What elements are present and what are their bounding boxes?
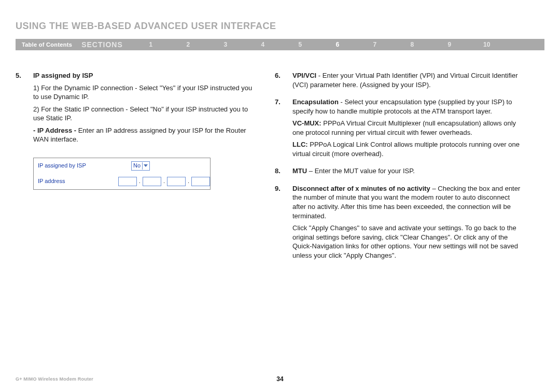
form-field: No <box>131 161 150 171</box>
ip-assigned-select[interactable]: No <box>131 161 150 171</box>
inline-lead: Encapsulation <box>292 98 339 106</box>
dot: . <box>139 177 141 185</box>
page-footer: G+ MIMO Wireless Modem Router 34 <box>16 376 544 382</box>
form-row-ip-assigned: IP assigned by ISP No <box>34 158 210 174</box>
inline-lead: LLC: <box>292 141 308 148</box>
form-field: . . . <box>118 177 210 186</box>
nav-section-10[interactable]: 10 <box>468 41 506 48</box>
item-body: MTU – Enter the MUT value for your ISP. <box>292 166 524 179</box>
paragraph: Click "Apply Changes" to save and activa… <box>292 223 524 260</box>
form-label: IP address <box>34 177 118 185</box>
item-number: 8. <box>275 166 292 179</box>
chevron-down-icon <box>142 162 149 170</box>
nav-toc[interactable]: Table of Contents <box>16 41 78 48</box>
list-item-5: 5. IP assigned by ISP 1) For the Dynamic… <box>16 71 254 147</box>
select-value: No <box>133 162 141 170</box>
content-area: 5. IP assigned by ISP 1) For the Dynamic… <box>16 71 544 268</box>
nav-section-2[interactable]: 2 <box>170 41 207 48</box>
inline-lead: VC-MUX: <box>292 119 321 127</box>
paragraph: 1) For the Dynamic IP connection - Selec… <box>33 83 254 102</box>
dot: . <box>188 177 189 185</box>
list-item-9: 9. Disconnect after of x minutes of no a… <box>275 184 524 263</box>
item-number: 7. <box>275 97 292 161</box>
nav-section-7[interactable]: 7 <box>356 41 394 48</box>
product-name: G+ MIMO Wireless Modem Router <box>16 376 93 382</box>
inline-lead: - IP Address - <box>33 127 78 134</box>
page-title: USING THE WEB-BASED ADVANCED USER INTERF… <box>16 21 544 32</box>
inline-lead: VPI/VCI <box>292 72 316 79</box>
item-body: Disconnect after of x minutes of no acti… <box>292 184 524 263</box>
item-number: 9. <box>275 184 292 263</box>
ip-settings-form: IP assigned by ISP No IP address . . . <box>33 158 211 190</box>
list-item-7: 7. Encapsulation - Select your encapsula… <box>275 97 524 161</box>
ip-octet-1[interactable] <box>118 177 137 186</box>
form-label: IP assigned by ISP <box>34 162 131 170</box>
form-row-ip-address: IP address . . . <box>34 174 210 189</box>
nav-section-9[interactable]: 9 <box>431 41 468 48</box>
right-column: 6. VPI/VCI - Enter your Virtual Path Ide… <box>275 71 524 268</box>
ip-octet-3[interactable] <box>167 177 186 186</box>
list-item-6: 6. VPI/VCI - Enter your Virtual Path Ide… <box>275 71 524 92</box>
section-nav: Table of Contents SECTIONS 1 2 3 4 5 6 7… <box>16 39 544 50</box>
nav-section-6[interactable]: 6 <box>319 41 356 48</box>
inline-rest: – Enter the MUT value for your ISP. <box>307 167 415 175</box>
left-column: 5. IP assigned by ISP 1) For the Dynamic… <box>16 71 254 268</box>
item-number: 5. <box>16 71 33 147</box>
dot: . <box>163 177 165 185</box>
item-body: Encapsulation - Select your encapsulatio… <box>292 97 524 161</box>
inline-rest: - Enter your Virtual Path Identifier (VP… <box>292 72 518 89</box>
nav-section-1[interactable]: 1 <box>132 41 170 48</box>
inline-lead: MTU <box>292 167 307 175</box>
list-item-8: 8. MTU – Enter the MUT value for your IS… <box>275 166 524 179</box>
item-heading: IP assigned by ISP <box>33 72 93 79</box>
ip-octet-2[interactable] <box>143 177 161 186</box>
inline-rest: PPPoA Virtual Circuit Multiplexer (null … <box>292 119 516 136</box>
item-body: VPI/VCI - Enter your Virtual Path Identi… <box>292 71 524 92</box>
page-number: 34 <box>276 375 283 383</box>
item-number: 6. <box>275 71 292 92</box>
inline-rest: PPPoA Logical Link Control allows multip… <box>292 141 520 158</box>
inline-lead: Disconnect after of x minutes of no acti… <box>292 185 430 192</box>
item-body: IP assigned by ISP 1) For the Dynamic IP… <box>33 71 254 147</box>
paragraph: 2) For the Static IP connection - Select… <box>33 105 254 123</box>
nav-section-5[interactable]: 5 <box>282 41 319 48</box>
nav-section-8[interactable]: 8 <box>394 41 431 48</box>
ip-octet-4[interactable] <box>191 177 210 186</box>
nav-sections-label: SECTIONS <box>78 40 132 49</box>
nav-section-3[interactable]: 3 <box>207 41 244 48</box>
nav-section-4[interactable]: 4 <box>244 41 282 48</box>
paragraph: - IP Address - Enter an IP address assig… <box>33 126 254 144</box>
